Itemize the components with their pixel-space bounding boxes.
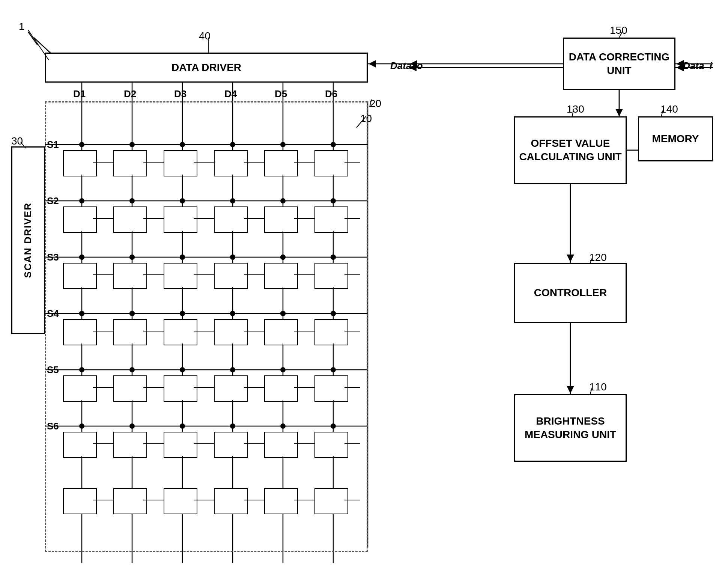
data-driver-block: DATA DRIVER bbox=[45, 53, 368, 83]
dot-s1d2 bbox=[129, 142, 135, 147]
cell-r6c6 bbox=[314, 432, 348, 458]
row-s2: S2 bbox=[47, 195, 59, 207]
row-s4: S4 bbox=[47, 308, 59, 319]
dot-s6d6 bbox=[331, 423, 336, 429]
cell-r7c4 bbox=[214, 488, 248, 514]
row-s1: S1 bbox=[47, 139, 59, 151]
svg-marker-17 bbox=[676, 64, 684, 71]
cell-r6c1 bbox=[63, 432, 97, 458]
cell-r5c2 bbox=[113, 375, 147, 402]
cell-r6c4 bbox=[214, 432, 248, 458]
cell-r3c3 bbox=[164, 263, 197, 289]
ref-110: 110 bbox=[589, 381, 607, 393]
controller-block: CONTROLLER bbox=[514, 263, 627, 323]
ref-130: 130 bbox=[567, 103, 584, 115]
memory-block: MEMORY bbox=[638, 116, 713, 161]
dot-s2d5 bbox=[280, 198, 286, 203]
dot2-s4d1 bbox=[79, 311, 84, 316]
dot-s1d5 bbox=[280, 142, 286, 147]
dot-s6d4 bbox=[230, 423, 235, 429]
dot-s6d2 bbox=[129, 423, 135, 429]
svg-marker-30 bbox=[615, 109, 623, 116]
cell-r7c3 bbox=[164, 488, 197, 514]
dot-s2d3 bbox=[180, 198, 185, 203]
cell-r5c6 bbox=[314, 375, 348, 402]
brightness-block: BRIGHTNESS MEASURING UNIT bbox=[514, 394, 627, 462]
cell-r2c6 bbox=[314, 206, 348, 233]
cell-r5c5 bbox=[264, 375, 298, 402]
cell-r4c3 bbox=[164, 319, 197, 345]
cell-r2c3 bbox=[164, 206, 197, 233]
cell-r2c5 bbox=[264, 206, 298, 233]
dot2-s3d1 bbox=[79, 255, 84, 260]
cell-r6c2 bbox=[113, 432, 147, 458]
dot2-s4d2 bbox=[129, 311, 135, 316]
dot2-s4d5 bbox=[280, 311, 286, 316]
cell-r4c4 bbox=[214, 319, 248, 345]
cell-r1c3 bbox=[164, 150, 197, 176]
dot-s1d1 bbox=[79, 142, 84, 147]
ref-120: 120 bbox=[589, 252, 607, 264]
col-d4: D4 bbox=[224, 88, 237, 100]
cell-r7c2 bbox=[113, 488, 147, 514]
dot-s5d5 bbox=[280, 367, 286, 372]
ref-40: 40 bbox=[199, 30, 211, 42]
dot-s6d5 bbox=[280, 423, 286, 429]
cell-r5c3 bbox=[164, 375, 197, 402]
cell-r6c3 bbox=[164, 432, 197, 458]
col-d6: D6 bbox=[325, 88, 337, 100]
col-d5: D5 bbox=[275, 88, 287, 100]
cell-r2c2 bbox=[113, 206, 147, 233]
dot2-s3d2 bbox=[129, 255, 135, 260]
ref-140: 140 bbox=[660, 103, 678, 115]
dot-s5d3 bbox=[180, 367, 185, 372]
cell-r4c1 bbox=[63, 319, 97, 345]
ref-150: 150 bbox=[610, 24, 627, 36]
svg-marker-28 bbox=[676, 60, 684, 68]
dot-s2d4 bbox=[230, 198, 235, 203]
cell-r1c5 bbox=[264, 150, 298, 176]
svg-line-22 bbox=[28, 32, 38, 45]
cell-r5c1 bbox=[63, 375, 97, 402]
cell-r1c4 bbox=[214, 150, 248, 176]
ref-30: 30 bbox=[11, 135, 23, 147]
cell-r3c6 bbox=[314, 263, 348, 289]
ref-20: 20 bbox=[370, 98, 381, 110]
dot2-s3d4 bbox=[230, 255, 235, 260]
ref-1: 1 bbox=[19, 21, 25, 33]
cell-r1c2 bbox=[113, 150, 147, 176]
cell-r4c2 bbox=[113, 319, 147, 345]
dot2-s4d6 bbox=[331, 311, 336, 316]
col-d2: D2 bbox=[124, 88, 136, 100]
cell-r3c1 bbox=[63, 263, 97, 289]
svg-marker-33 bbox=[567, 255, 574, 262]
cell-r3c2 bbox=[113, 263, 147, 289]
dot-s2d6 bbox=[331, 198, 336, 203]
row-s5: S5 bbox=[47, 364, 59, 376]
dot2-s3d6 bbox=[331, 255, 336, 260]
data-o-label: Data_o bbox=[390, 60, 423, 72]
cell-r1c6 bbox=[314, 150, 348, 176]
dot-s5d4 bbox=[230, 367, 235, 372]
cell-r3c5 bbox=[264, 263, 298, 289]
cell-r1c1 bbox=[63, 150, 97, 176]
dot2-s4d4 bbox=[230, 311, 235, 316]
svg-marker-35 bbox=[567, 386, 574, 393]
cell-r3c4 bbox=[214, 263, 248, 289]
cell-r2c1 bbox=[63, 206, 97, 233]
dot-s6d1 bbox=[79, 423, 84, 429]
cell-r6c5 bbox=[264, 432, 298, 458]
dot-s5d1 bbox=[79, 367, 84, 372]
cell-r4c5 bbox=[264, 319, 298, 345]
col-d3: D3 bbox=[174, 88, 187, 100]
cell-r7c1 bbox=[63, 488, 97, 514]
dot-s2d2 bbox=[129, 198, 135, 203]
data-i-label: Data_i bbox=[683, 60, 712, 72]
dot-s5d2 bbox=[129, 367, 135, 372]
dot2-s4d3 bbox=[180, 311, 185, 316]
data-correcting-block: DATA CORRECTING UNIT bbox=[563, 38, 675, 90]
dot-s1d6 bbox=[331, 142, 336, 147]
dot-s1d4 bbox=[230, 142, 235, 147]
dot-s2d1 bbox=[79, 198, 84, 203]
cell-r7c5 bbox=[264, 488, 298, 514]
